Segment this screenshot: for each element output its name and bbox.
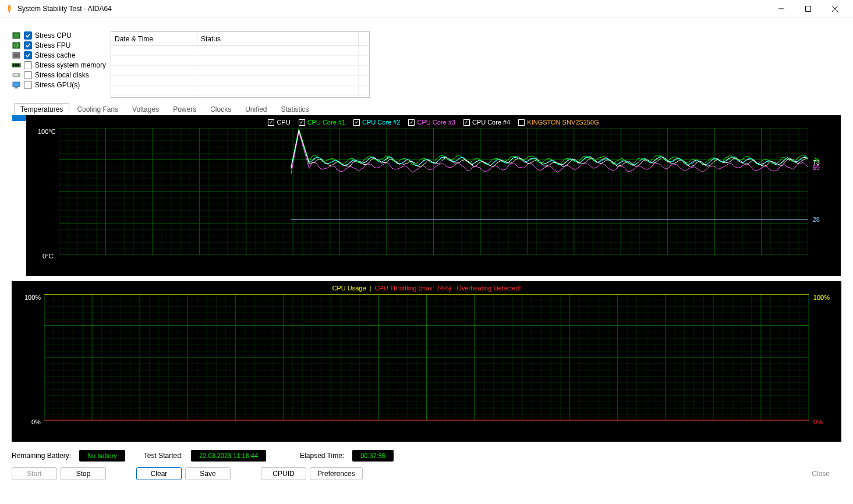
svg-rect-5 [14,34,19,37]
stress-option: Stress CPU [12,31,106,40]
test-started-label: Test Started: [144,452,183,460]
tab-cooling-fans[interactable]: Cooling Fans [70,103,125,115]
log-table[interactable]: Date & Time Status [111,31,370,98]
checkbox[interactable] [24,61,32,69]
legend-checkbox[interactable] [518,119,525,126]
legend-checkbox[interactable] [463,119,470,126]
device-icon [12,81,21,89]
legend-item[interactable]: CPU Core #2 [353,119,400,126]
tab-powers[interactable]: Powers [167,103,203,115]
log-col-status[interactable]: Status [197,32,359,45]
start-button[interactable]: Start [12,467,57,480]
usage-ymax-label: 100% [24,294,41,301]
stress-option: Stress GPU(s) [12,81,106,89]
legend-item[interactable]: CPU Core #1 [299,119,345,126]
device-icon [12,51,21,59]
table-row [111,86,369,95]
preferences-button[interactable]: Preferences [310,467,363,480]
tab-statistics[interactable]: Statistics [275,103,316,115]
usage-right-min: 0% [813,418,823,425]
temp-ymin-label: 0°C [43,253,53,260]
device-icon [12,61,21,69]
stress-label: Stress GPU(s) [35,81,80,89]
svg-rect-15 [16,64,17,66]
stop-button[interactable]: Stop [61,467,106,480]
stress-option: Stress local disks [12,71,106,79]
checkbox[interactable] [24,41,32,49]
table-row [111,46,369,56]
temp-ymax-label: 100°C [38,128,56,135]
temp-right-value: 28 [813,216,820,223]
elapsed-label: Elapsed Time: [300,452,344,460]
clear-button[interactable]: Clear [136,467,182,480]
stress-option: Stress system memory [12,61,106,69]
svg-point-18 [18,74,19,76]
cpuid-button[interactable]: CPUID [261,467,306,480]
stress-options: Stress CPU Stress FPU Stress cache Stres… [12,31,106,98]
cpu-throttling-label: CPU Throttling (max: 24%) - Overheating … [374,285,521,292]
stress-label: Stress system memory [35,61,106,69]
checkbox[interactable] [24,31,32,40]
close-link[interactable]: Close [812,470,830,478]
maximize-button[interactable] [795,0,822,17]
checkbox[interactable] [24,51,32,59]
checkbox[interactable] [24,71,32,79]
legend-checkbox[interactable] [268,119,274,126]
elapsed-value: 00:37:56 [352,450,394,462]
minimize-button[interactable] [768,0,795,17]
temp-chart-legend: CPUCPU Core #1CPU Core #2CPU Core #3CPU … [59,119,808,126]
tabs: TemperaturesCooling FansVoltagesPowersCl… [0,102,853,115]
svg-rect-16 [18,64,19,66]
legend-item[interactable]: CPU Core #4 [463,119,510,126]
button-bar: Start Stop Clear Save CPUID Preferences … [0,465,853,485]
titlebar: System Stability Test - AIDA64 [0,0,853,17]
table-row [111,66,369,76]
svg-rect-13 [13,64,14,66]
usage-chart-legend: CPU Usage | CPU Throttling (max: 24%) - … [44,285,809,292]
window-title: System Stability Test - AIDA64 [17,5,112,13]
legend-checkbox[interactable] [299,119,305,126]
svg-rect-14 [15,64,16,66]
stress-label: Stress CPU [35,31,72,40]
tab-voltages[interactable]: Voltages [126,103,165,115]
legend-item[interactable]: KINGSTON SNV2S250G [518,119,599,126]
stress-label: Stress local disks [35,71,89,79]
legend-checkbox[interactable] [353,119,360,126]
table-row [111,56,369,66]
cpu-usage-chart: CPU Usage | CPU Throttling (max: 24%) - … [12,281,841,442]
legend-checkbox[interactable] [408,119,415,126]
close-button[interactable] [822,0,848,17]
legend-item[interactable]: CPU [268,119,290,126]
checkbox[interactable] [24,81,32,89]
device-icon [12,41,21,49]
app-icon [5,4,14,13]
svg-rect-1 [806,6,811,11]
device-icon [12,31,21,40]
legend-item[interactable]: CPU Core #3 [408,119,455,126]
temp-right-value: 69 [813,164,820,171]
status-bar: Remaining Battery: No battery Test Start… [0,442,853,465]
stress-option: Stress FPU [12,41,106,49]
test-started-value: 22.03.2023 11:16:44 [191,450,266,462]
stress-label: Stress cache [35,51,75,59]
usage-ymin-label: 0% [31,418,41,425]
svg-rect-19 [13,82,20,87]
tab-unified[interactable]: Unified [239,103,273,115]
svg-rect-20 [15,87,18,88]
stress-label: Stress FPU [35,41,70,49]
battery-value: No battery [79,450,125,462]
usage-right-max: 100% [813,294,830,301]
device-icon [12,71,21,79]
cpu-usage-label: CPU Usage [332,285,366,292]
tab-clocks[interactable]: Clocks [204,103,238,115]
window-controls [768,0,848,17]
temperature-chart: CPUCPU Core #1CPU Core #2CPU Core #3CPU … [26,115,841,276]
table-row [111,76,369,86]
tab-temperatures[interactable]: Temperatures [14,103,69,115]
log-col-date[interactable]: Date & Time [111,32,197,45]
graph-side-strip [12,115,26,276]
stress-option: Stress cache [12,51,106,59]
save-button[interactable]: Save [185,467,231,480]
battery-label: Remaining Battery: [12,452,71,460]
